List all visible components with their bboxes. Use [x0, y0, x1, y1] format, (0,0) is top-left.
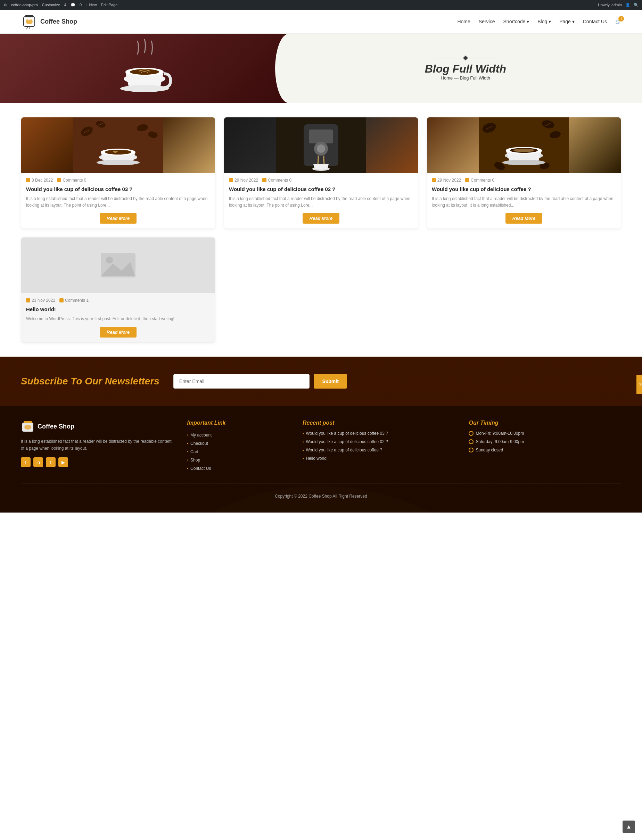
- social-facebook[interactable]: f: [21, 457, 31, 467]
- svg-point-40: [106, 257, 113, 264]
- blog-meta-2: 29 Nov 2022 Comments 0: [229, 178, 413, 183]
- blog-card-4: 23 Nov 2022 Comments 1 Hello world! Welc…: [21, 237, 216, 342]
- read-more-btn-4[interactable]: Read More: [100, 327, 136, 338]
- breadcrumb: Home — Blog Full Width: [441, 75, 490, 81]
- newsletter-form: Submit: [173, 374, 347, 388]
- footer-recent-3[interactable]: Would you like a cup of delicious coffee…: [303, 448, 455, 452]
- blog-excerpt-4: Welcome to WordPress. This is your first…: [26, 316, 210, 322]
- blog-card-2: 29 Nov 2022 Comments 0 Would you like cu…: [224, 117, 418, 229]
- comments-icon-2: [262, 178, 266, 182]
- blog-comments-4: Comments 1: [59, 298, 89, 303]
- footer-col-brand: Coffee Shop It is a long established fac…: [21, 420, 173, 473]
- footer-link-myaccount[interactable]: My account: [187, 431, 289, 439]
- footer-timing-1: Mon-Fri: 9:00am-10.00pm: [469, 431, 621, 436]
- social-twitter[interactable]: t: [46, 457, 55, 467]
- blog-meta-3: 29 Nov 2022 Comments 0: [432, 178, 616, 183]
- blog-single-row: 23 Nov 2022 Comments 1 Hello world! Welc…: [21, 237, 621, 342]
- comments-zero[interactable]: 0: [79, 3, 82, 7]
- footer-socials: f in t ▶: [21, 457, 173, 467]
- new-link[interactable]: + New: [86, 3, 97, 7]
- blog-card-img-3: [427, 117, 621, 173]
- page-dropdown-icon: ▾: [572, 19, 575, 24]
- nav-contact[interactable]: Contact Us: [583, 19, 607, 24]
- blog-comments-2: Comments 0: [262, 178, 292, 183]
- site-name[interactable]: coffee-shop-pro: [11, 3, 38, 7]
- nav-home[interactable]: Home: [457, 19, 470, 24]
- cart-icon[interactable]: 🛒 1: [615, 19, 621, 24]
- nav-shortcode[interactable]: Shortcode ▾: [503, 19, 529, 24]
- hero-coffee-svg: [92, 34, 197, 103]
- wp-icon: ⚙: [3, 3, 7, 7]
- blog-date-4: 23 Nov 2022: [26, 298, 55, 303]
- site-logo[interactable]: Coffee Shop: [21, 13, 83, 30]
- footer-link-contact[interactable]: Contact Us: [187, 464, 289, 473]
- hero-banner: Blog Full Width Home — Blog Full Width: [0, 34, 642, 103]
- blog-title-2: Would you like cup of delicious coffee 0…: [229, 185, 413, 193]
- read-more-btn-3[interactable]: Read More: [506, 213, 542, 223]
- blog-dropdown-icon: ▾: [548, 19, 551, 24]
- contact-side-tab[interactable]: Contact Us: [636, 375, 642, 393]
- footer-recent-1[interactable]: Would you like a cup of delicious coffee…: [303, 431, 455, 436]
- svg-rect-1: [25, 15, 33, 17]
- comments-icon-4: [59, 298, 63, 303]
- cart-badge: 1: [618, 16, 624, 21]
- howdy-text: Howdy, admin: [598, 3, 622, 7]
- blog-card-1: 8 Dec 2022 Comments 0 Would you like cup…: [21, 117, 216, 229]
- edit-page-link[interactable]: Edit Page: [101, 3, 118, 7]
- read-more-btn-2[interactable]: Read More: [303, 213, 339, 223]
- footer-recent-title: Recent post: [303, 420, 455, 426]
- breadcrumb-home[interactable]: Home: [441, 75, 453, 81]
- newsletter-section: Subscribe To Our Newsletters Submit: [0, 357, 642, 406]
- footer-col-timing: Our Timing Mon-Fri: 9:00am-10.00pm Satur…: [469, 420, 621, 473]
- footer-recent-2[interactable]: Would you like a cup of delicious coffee…: [303, 439, 455, 444]
- footer-recent-4[interactable]: Hello world!: [303, 456, 455, 461]
- footer-link-checkout[interactable]: Checkout: [187, 439, 289, 448]
- footer-link-shop[interactable]: Shop: [187, 456, 289, 464]
- blog-title-4: Hello world!: [26, 306, 210, 313]
- nav-blog[interactable]: Blog ▾: [537, 19, 551, 24]
- blog-comments-3: Comments 0: [465, 178, 494, 183]
- svg-point-23: [317, 144, 325, 153]
- comments-icon-1: [57, 178, 61, 182]
- blog-meta-4: 23 Nov 2022 Comments 1: [26, 298, 210, 303]
- footer-timing-title: Our Timing: [469, 420, 621, 426]
- blog-card-body-1: 8 Dec 2022 Comments 0 Would you like cup…: [21, 173, 215, 228]
- page-title: Blog Full Width: [425, 63, 506, 75]
- blog-title-3: Would you like cup of delicious coffee ?: [432, 185, 616, 193]
- site-footer: Coffee Shop It is a long established fac…: [0, 406, 642, 513]
- newsletter-email-input[interactable]: [173, 374, 310, 388]
- calendar-icon-2: [229, 178, 233, 182]
- read-more-btn-1[interactable]: Read More: [100, 213, 136, 223]
- search-icon[interactable]: 🔍: [634, 3, 639, 7]
- footer-timing-2: Saturday: 9:00am-9.00pm: [469, 439, 621, 444]
- footer-timing-3: Sunday closed: [469, 448, 621, 452]
- blog-date-2: 29 Nov 2022: [229, 178, 258, 183]
- nav-page[interactable]: Page ▾: [559, 19, 575, 24]
- newsletter-submit-button[interactable]: Submit: [314, 374, 347, 388]
- blog-date-1: 8 Dec 2022: [26, 178, 53, 183]
- timing-icon-3: [469, 448, 473, 452]
- blog-card-img-2: [224, 117, 418, 173]
- footer-desc: It is a long established fact that a rea…: [21, 438, 173, 452]
- footer-col-recent: Recent post Would you like a cup of deli…: [303, 420, 455, 473]
- svg-point-37: [503, 160, 545, 165]
- blog-section: 8 Dec 2022 Comments 0 Would you like cup…: [0, 103, 642, 357]
- comments-count[interactable]: 4: [64, 3, 66, 7]
- blog-comments-1: Comments 0: [57, 178, 86, 183]
- footer-link-cart[interactable]: Cart: [187, 448, 289, 456]
- blog-date-3: 29 Nov 2022: [432, 178, 461, 183]
- blog-card-placeholder: [21, 238, 215, 293]
- comment-icon: 💬: [71, 3, 75, 7]
- social-youtube[interactable]: ▶: [58, 457, 68, 467]
- social-instagram[interactable]: in: [33, 457, 43, 467]
- blog-grid: 8 Dec 2022 Comments 0 Would you like cup…: [21, 117, 621, 229]
- customize-link[interactable]: Customize: [42, 3, 60, 7]
- blog-meta-1: 8 Dec 2022 Comments 0: [26, 178, 210, 183]
- nav-service[interactable]: Service: [479, 19, 495, 24]
- footer-logo-icon: [21, 420, 35, 434]
- site-header: Coffee Shop Home Service Shortcode ▾ Blo…: [0, 10, 642, 34]
- blog-card-body-4: 23 Nov 2022 Comments 1 Hello world! Welc…: [21, 293, 215, 342]
- svg-point-5: [120, 85, 169, 92]
- blog-card-body-2: 29 Nov 2022 Comments 0 Would you like cu…: [224, 173, 418, 228]
- breadcrumb-current: Blog Full Width: [460, 75, 490, 81]
